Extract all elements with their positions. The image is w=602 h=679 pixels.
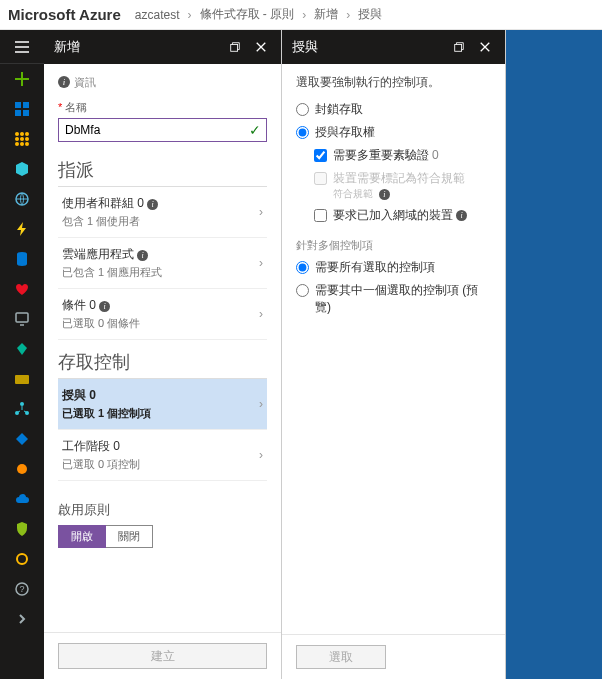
chevron-right-icon: › (259, 307, 263, 321)
crumb-new[interactable]: 新增 (314, 6, 338, 23)
rail-help-icon[interactable]: ? (0, 574, 44, 604)
rail-db-icon[interactable] (0, 244, 44, 274)
enable-policy-label: 啟用原則 (58, 501, 267, 519)
row-users-groups[interactable]: 使用者和群組 0i 包含 1 個使用者 › (58, 187, 267, 238)
sep-icon: › (302, 8, 306, 22)
svg-rect-3 (23, 110, 29, 116)
restore-icon[interactable] (225, 37, 245, 57)
rail-diamond-icon[interactable] (0, 334, 44, 364)
svg-point-7 (15, 137, 19, 141)
rail-shield-icon[interactable] (0, 514, 44, 544)
info-icon: i (58, 76, 70, 88)
blade-new-header: 新增 (44, 30, 281, 64)
svg-point-6 (25, 132, 29, 136)
hamburger-icon[interactable] (0, 30, 44, 64)
chevron-right-icon: › (259, 256, 263, 270)
svg-point-5 (20, 132, 24, 136)
chevron-right-icon: › (259, 397, 263, 411)
svg-point-9 (25, 137, 29, 141)
radio-require-all[interactable]: 需要所有選取的控制項 (296, 259, 491, 276)
rail-circle-icon[interactable] (0, 544, 44, 574)
svg-point-12 (25, 142, 29, 146)
sep-icon: › (188, 8, 192, 22)
close-icon[interactable] (251, 37, 271, 57)
row-conditions[interactable]: 條件 0i 已選取 0 個條件 › (58, 289, 267, 340)
row-grant[interactable]: 授與 0 已選取 1 個控制項 › (58, 379, 267, 430)
check-compliant-device[interactable]: 裝置需要標記為符合規範 符合規範 i (314, 170, 491, 201)
check-domain-input[interactable] (314, 209, 327, 222)
rail-network-icon[interactable] (0, 394, 44, 424)
grant-description: 選取要強制執行的控制項。 (296, 74, 491, 91)
svg-rect-2 (15, 110, 21, 116)
chevron-right-icon: › (259, 448, 263, 462)
svg-point-21 (17, 554, 27, 564)
check-mfa[interactable]: 需要多重要素驗證0 (314, 147, 491, 164)
toggle-off-button[interactable]: 關閉 (106, 525, 153, 548)
svg-point-4 (15, 132, 19, 136)
radio-require-one[interactable]: 需要其中一個選取的控制項 (預覽) (296, 282, 491, 316)
brand-label: Microsoft Azure (8, 6, 121, 23)
rail-cloud-icon[interactable] (0, 484, 44, 514)
info-icon: i (137, 250, 148, 261)
blade-new: 新增 i 資訊 * 名稱 ✓ 指派 (44, 30, 282, 679)
breadcrumb-bar: Microsoft Azure azcatest › 條件式存取 - 原則 › … (0, 0, 602, 30)
row-cloud-apps[interactable]: 雲端應用程式i 已包含 1 個應用程式 › (58, 238, 267, 289)
crumb-policies[interactable]: 條件式存取 - 原則 (200, 6, 295, 23)
rail-chevron-icon[interactable] (0, 604, 44, 634)
info-icon: i (147, 199, 158, 210)
rail-grid-amber-icon[interactable] (0, 124, 44, 154)
svg-rect-1 (23, 102, 29, 108)
enable-policy-toggle[interactable]: 開啟 關閉 (58, 525, 267, 548)
blade-new-title: 新增 (54, 38, 219, 56)
svg-point-20 (17, 464, 27, 474)
restore-icon[interactable] (449, 37, 469, 57)
radio-all-input[interactable] (296, 261, 309, 274)
svg-rect-15 (16, 313, 28, 322)
rail-dot-orange-icon[interactable] (0, 454, 44, 484)
select-button[interactable]: 選取 (296, 645, 386, 669)
blade-grant-title: 授與 (292, 38, 443, 56)
svg-point-8 (20, 137, 24, 141)
radio-block-access[interactable]: 封鎖存取 (296, 101, 491, 118)
checkmark-icon: ✓ (249, 122, 261, 138)
check-mfa-input[interactable] (314, 149, 327, 162)
create-button[interactable]: 建立 (58, 643, 267, 669)
rail-monitor-icon[interactable] (0, 304, 44, 334)
info-icon: i (456, 210, 467, 221)
radio-block-input[interactable] (296, 103, 309, 116)
toggle-on-button[interactable]: 開啟 (58, 525, 106, 548)
radio-one-input[interactable] (296, 284, 309, 297)
rail-globe-icon[interactable] (0, 184, 44, 214)
multi-controls-label: 針對多個控制項 (296, 238, 491, 253)
svg-rect-25 (455, 44, 462, 51)
rail-heart-icon[interactable] (0, 274, 44, 304)
crumb-grant[interactable]: 授與 (358, 6, 382, 23)
svg-text:?: ? (19, 584, 24, 594)
svg-point-17 (20, 402, 24, 406)
rail-bolt-icon[interactable] (0, 214, 44, 244)
svg-point-11 (20, 142, 24, 146)
svg-rect-24 (231, 44, 238, 51)
row-session[interactable]: 工作階段 0 已選取 0 項控制 › (58, 430, 267, 481)
close-icon[interactable] (475, 37, 495, 57)
section-access-controls: 存取控制 (58, 350, 267, 379)
name-field-label: * 名稱 (58, 100, 267, 115)
nav-rail: ? (0, 30, 44, 679)
add-icon[interactable] (0, 64, 44, 94)
info-label: 資訊 (74, 75, 96, 90)
svg-rect-16 (15, 375, 29, 384)
rail-tag-icon[interactable] (0, 424, 44, 454)
blade-grant: 授與 選取要強制執行的控制項。 封鎖存取 授與存取權 需要多重要素驗證0 (282, 30, 506, 679)
rail-cube-icon[interactable] (0, 154, 44, 184)
check-domain-joined[interactable]: 要求已加入網域的裝置i (314, 207, 491, 224)
required-icon: * (58, 101, 62, 113)
radio-grant-access[interactable]: 授與存取權 (296, 124, 491, 141)
name-input[interactable] (58, 118, 267, 142)
check-compliant-input[interactable] (314, 172, 327, 185)
svg-rect-0 (15, 102, 21, 108)
radio-grant-input[interactable] (296, 126, 309, 139)
info-button[interactable]: i 資訊 (58, 75, 96, 90)
tenant-label[interactable]: azcatest (135, 8, 180, 22)
rail-card-icon[interactable] (0, 364, 44, 394)
rail-grid-blue-icon[interactable] (0, 94, 44, 124)
